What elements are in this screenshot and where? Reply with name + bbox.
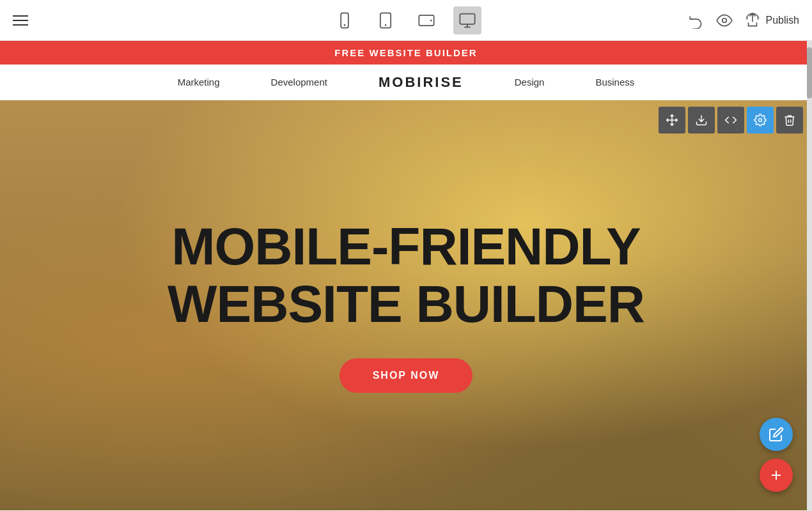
hero-title: MOBILE-FRIENDLY WEBSITE BUILDER [168, 218, 644, 333]
hero-section: MOBILE-FRIENDLY WEBSITE BUILDER SHOP NOW [0, 100, 812, 510]
block-move-button[interactable] [659, 107, 685, 133]
fab-container [760, 418, 793, 492]
block-code-button[interactable] [717, 107, 744, 133]
nav-link-development[interactable]: Development [271, 77, 327, 88]
mobile-view-button[interactable] [331, 6, 359, 34]
svg-point-9 [722, 18, 726, 22]
shop-now-button[interactable]: SHOP NOW [340, 358, 473, 393]
svg-point-14 [759, 119, 762, 122]
device-switcher [331, 6, 481, 34]
navigation-bar: Marketing Development MOBIRISE Design Bu… [0, 65, 812, 100]
toolbar-left [13, 15, 28, 26]
desktop-view-button[interactable] [453, 6, 481, 34]
block-save-button[interactable] [688, 107, 715, 133]
publish-icon [744, 12, 761, 29]
block-delete-button[interactable] [776, 107, 803, 133]
download-icon [695, 114, 708, 126]
undo-icon [688, 12, 705, 29]
add-block-fab-button[interactable] [760, 459, 793, 492]
scrollbar-thumb [807, 47, 812, 98]
tablet-view-button[interactable] [371, 6, 400, 34]
publish-button[interactable]: Publish [744, 12, 799, 29]
nav-link-design[interactable]: Design [515, 77, 545, 88]
tablet-landscape-icon [418, 11, 435, 29]
svg-rect-6 [460, 13, 474, 24]
plus-icon [769, 468, 784, 483]
undo-button[interactable] [688, 12, 705, 29]
scrollbar[interactable] [807, 41, 812, 511]
top-toolbar: Publish [0, 0, 812, 41]
hero-content: MOBILE-FRIENDLY WEBSITE BUILDER SHOP NOW [0, 100, 812, 510]
banner-text: FREE WEBSITE BUILDER [334, 47, 477, 58]
gear-icon [754, 114, 767, 126]
code-icon [724, 114, 737, 126]
nav-link-business[interactable]: Business [595, 77, 634, 88]
publish-label: Publish [766, 15, 799, 26]
nav-link-marketing[interactable]: Marketing [178, 77, 220, 88]
content-area: FREE WEBSITE BUILDER Marketing Developme… [0, 41, 812, 511]
nav-logo: MOBIRISE [379, 74, 464, 91]
move-icon [666, 114, 678, 126]
mobile-icon [336, 11, 354, 29]
desktop-icon [458, 11, 476, 29]
edit-fab-button[interactable] [760, 418, 793, 451]
block-settings-button[interactable] [747, 107, 774, 133]
pencil-icon [769, 427, 784, 442]
tablet-landscape-view-button[interactable] [412, 6, 441, 34]
toolbar-right: Publish [688, 12, 799, 29]
block-controls [659, 107, 803, 133]
hero-title-line2: WEBSITE BUILDER [168, 275, 644, 333]
eye-icon [716, 12, 733, 29]
hamburger-icon [13, 15, 28, 26]
tablet-icon [377, 11, 394, 29]
hamburger-menu-button[interactable] [13, 15, 28, 26]
trash-icon [783, 114, 796, 126]
hero-title-line1: MOBILE-FRIENDLY [171, 217, 641, 275]
preview-button[interactable] [716, 12, 733, 29]
free-website-builder-banner: FREE WEBSITE BUILDER [0, 41, 812, 65]
